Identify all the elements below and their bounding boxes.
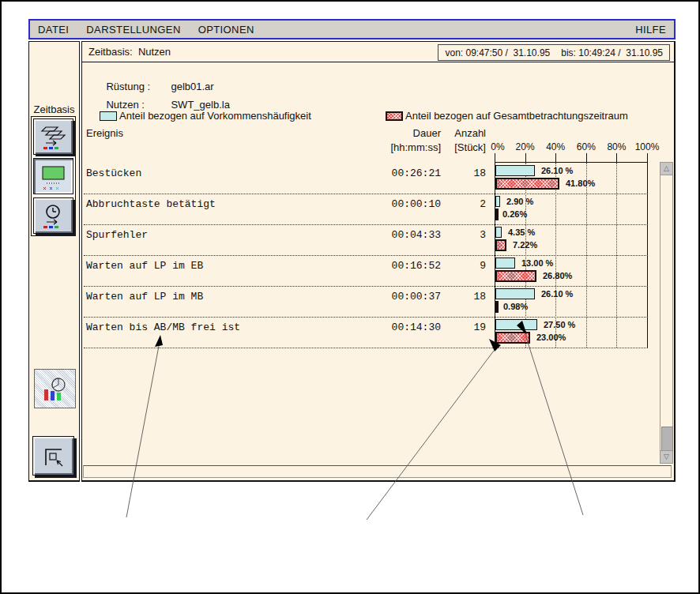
timebase-usage-wrap bbox=[32, 156, 75, 196]
total-bar[interactable] bbox=[495, 301, 499, 313]
total-bar[interactable] bbox=[495, 270, 536, 282]
event-name: Warten bis AB/MB frei ist bbox=[86, 321, 240, 333]
event-name: Warten auf LP im MB bbox=[86, 291, 203, 303]
zoom-selection-wrap bbox=[32, 436, 74, 476]
menu-item-optionen[interactable]: OPTIONEN bbox=[198, 24, 254, 36]
time-from: von: 09:47:50 / 31.10.95 bbox=[445, 47, 550, 58]
frequency-bar[interactable] bbox=[495, 165, 535, 176]
frequency-bar-value: 26.10 % bbox=[541, 288, 573, 299]
axis-tick-mark bbox=[647, 153, 648, 162]
timebase-clock-wrap bbox=[32, 196, 75, 235]
row-separator bbox=[84, 255, 648, 256]
column-header-count: Anzahl bbox=[439, 127, 486, 139]
pie-bar-chart-icon bbox=[41, 376, 70, 404]
total-bar-value: 41.80% bbox=[566, 178, 595, 190]
horizontal-scrollbar[interactable] bbox=[83, 465, 672, 478]
axis-tick-label: 20% bbox=[508, 141, 543, 152]
row-separator bbox=[84, 224, 648, 225]
event-count: 9 bbox=[439, 260, 486, 272]
frequency-bar[interactable] bbox=[495, 288, 535, 299]
frequency-bar[interactable] bbox=[495, 227, 502, 238]
event-count: 18 bbox=[439, 291, 486, 303]
event-count: 18 bbox=[439, 167, 486, 179]
timebase-clock-button[interactable] bbox=[33, 197, 73, 234]
stacked-sheets-arrow-icon bbox=[40, 124, 68, 152]
event-duration: 00:14:30 bbox=[362, 321, 441, 333]
scroll-up-button[interactable]: △ bbox=[660, 163, 672, 175]
frequency-bar[interactable] bbox=[495, 196, 500, 207]
total-bar-value: 0.98% bbox=[503, 301, 528, 313]
column-header-duration-unit: [hh:mm:ss] bbox=[362, 141, 441, 153]
statistics-chart-wrap bbox=[34, 369, 76, 408]
timebase-sequence-button[interactable] bbox=[33, 118, 73, 155]
header-row: Zeitbasis: Nutzen von: 09:47:50 / 31.10.… bbox=[82, 42, 674, 62]
event-count: 2 bbox=[439, 198, 486, 210]
selection-corner-icon bbox=[40, 443, 68, 472]
timebase-sequence-wrap bbox=[32, 117, 75, 156]
frequency-bar-value: 27.50 % bbox=[544, 319, 575, 330]
total-bar-value: 7.22% bbox=[513, 239, 537, 251]
event-name: Abbruchtaste betätigt bbox=[86, 198, 216, 210]
frequency-bar-value: 4.35 % bbox=[508, 227, 535, 238]
vertical-scrollbar[interactable]: △ ▽ bbox=[660, 162, 673, 464]
row-separator bbox=[84, 286, 648, 287]
time-range-box: von: 09:47:50 / 31.10.95 bis: 10:49:24 /… bbox=[438, 44, 670, 61]
event-name: Spurfehler bbox=[86, 229, 148, 241]
axis-tick-mark bbox=[586, 153, 587, 162]
clock-arrow-icon bbox=[40, 203, 68, 231]
event-duration: 00:26:21 bbox=[362, 167, 441, 179]
menu-bar: DATEI DARSTELLUNGEN OPTIONEN HILFE bbox=[28, 19, 676, 39]
frequency-bar[interactable] bbox=[495, 258, 515, 269]
event-duration: 00:16:52 bbox=[362, 260, 441, 272]
main-panel: Zeitbasis: Nutzen von: 09:47:50 / 31.10.… bbox=[81, 41, 676, 482]
total-bar-value: 26.80% bbox=[543, 270, 572, 282]
total-bar[interactable] bbox=[495, 332, 530, 344]
event-name: Bestücken bbox=[86, 167, 141, 179]
nutzen-value: SWT_gelb.la bbox=[171, 99, 229, 111]
total-bar-value: 0.26% bbox=[502, 209, 527, 220]
legend-frequency-swatch bbox=[100, 111, 117, 121]
time-to: bis: 10:49:24 / 31.10.95 bbox=[561, 47, 663, 58]
menu-left-group: DATEI DARSTELLUNGEN OPTIONEN bbox=[30, 24, 635, 36]
timebase-usage-button[interactable] bbox=[33, 158, 73, 194]
event-count: 3 bbox=[439, 229, 486, 241]
row-separator bbox=[84, 317, 648, 318]
menu-item-hilfe[interactable]: HILFE bbox=[635, 24, 674, 36]
legend-total: Anteil bezogen auf Gesamtbetrachtungszei… bbox=[386, 110, 628, 122]
axis-tick-mark bbox=[525, 153, 526, 162]
row-separator bbox=[84, 348, 648, 348]
event-count: 19 bbox=[439, 321, 486, 333]
column-header-count-unit: [Stück] bbox=[439, 141, 486, 153]
legend-frequency: Anteil bezogen auf Vorkommenshäufigkeit bbox=[100, 110, 311, 122]
frequency-bar[interactable] bbox=[495, 319, 537, 330]
axis-tick-label: 100% bbox=[630, 141, 664, 152]
timebase-button-group bbox=[31, 116, 76, 236]
event-duration: 00:00:10 bbox=[362, 198, 441, 210]
column-header-duration: Dauer bbox=[362, 127, 441, 139]
menu-item-darstellungen[interactable]: DARSTELLUNGEN bbox=[86, 24, 180, 36]
axis-tick-label: 80% bbox=[599, 141, 634, 152]
total-bar[interactable] bbox=[495, 239, 506, 251]
event-duration: 00:04:33 bbox=[362, 229, 441, 241]
scroll-down-button[interactable]: ▽ bbox=[660, 450, 672, 463]
axis-line bbox=[495, 162, 648, 163]
scrollbar-thumb[interactable] bbox=[661, 427, 673, 452]
event-name: Warten auf LP im EB bbox=[86, 260, 203, 272]
row-separator bbox=[84, 194, 648, 194]
green-area-icon bbox=[40, 164, 68, 192]
total-bar[interactable] bbox=[495, 209, 499, 220]
frequency-bar-value: 2.90 % bbox=[506, 196, 533, 207]
total-bar[interactable] bbox=[495, 178, 559, 190]
sidebar-title: Zeitbasis bbox=[29, 103, 79, 115]
event-duration: 00:00:37 bbox=[362, 291, 441, 303]
column-header-event: Ereignis bbox=[86, 127, 123, 139]
axis-tick-label: 40% bbox=[538, 141, 573, 152]
menu-item-datei[interactable]: DATEI bbox=[38, 24, 69, 36]
frequency-bar-value: 13.00 % bbox=[521, 258, 553, 269]
axis-tick-label: 60% bbox=[569, 141, 604, 152]
frequency-bar-value: 26.10 % bbox=[541, 165, 573, 176]
statistics-chart-button[interactable] bbox=[34, 369, 76, 408]
axis-tick-mark bbox=[495, 153, 495, 162]
zoom-selection-button[interactable] bbox=[32, 436, 74, 476]
total-bar-value: 23.00% bbox=[536, 332, 566, 344]
